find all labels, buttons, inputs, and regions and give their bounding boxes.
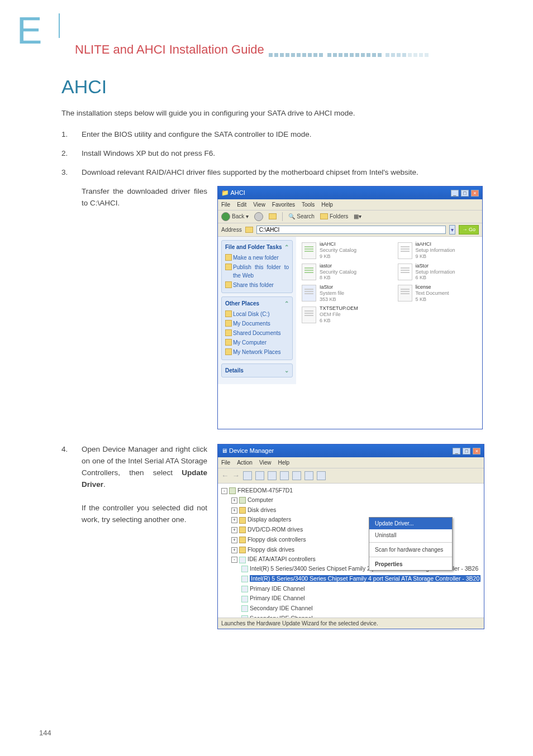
file-item[interactable]: iaAHCISetup Information9 KB	[398, 241, 477, 259]
go-label: Go	[469, 227, 475, 232]
menu-view[interactable]: View	[259, 458, 272, 467]
go-button[interactable]: → Go	[459, 225, 479, 235]
collapse-icon[interactable]: -	[231, 557, 237, 563]
ide-icon	[241, 566, 248, 572]
expand-icon[interactable]: ⌄	[284, 366, 289, 375]
devmgr-statusbar: Launches the Hardware Update Wizard for …	[218, 618, 484, 629]
nav-back-icon: ←	[221, 470, 229, 481]
file-type: Security Catalog	[320, 247, 356, 253]
menu-action[interactable]: Action	[237, 458, 253, 467]
menu-help[interactable]: Help	[321, 200, 333, 209]
place-my-documents[interactable]: My Documents	[225, 319, 289, 328]
node-label-selected: Intel(R) 5 Series/3400 Series Chipset Fa…	[250, 575, 480, 582]
task-new-folder[interactable]: Make a new folder	[225, 253, 289, 262]
views-button[interactable]: ▦▾	[354, 212, 361, 221]
maximize-button[interactable]: □	[461, 190, 469, 197]
devmgr-title-label: Device Manager	[229, 447, 274, 454]
close-button[interactable]: ×	[471, 190, 479, 197]
menu-view[interactable]: View	[253, 200, 265, 209]
ctx-properties[interactable]: Properties	[369, 558, 452, 570]
place-network-places[interactable]: My Network Places	[225, 348, 289, 356]
file-item[interactable]: TXTSETUP.OEMOEM File6 KB	[302, 305, 381, 323]
back-button[interactable]: Back ▾	[221, 212, 249, 221]
device-icon	[239, 537, 246, 543]
expand-icon[interactable]: +	[231, 537, 237, 543]
search-button[interactable]: 🔍 Search	[288, 212, 315, 221]
ctx-uninstall[interactable]: Uninstall	[369, 529, 452, 541]
ctx-scan[interactable]: Scan for hardware changes	[369, 544, 452, 556]
menu-tools[interactable]: Tools	[302, 200, 315, 209]
expand-icon[interactable]: +	[231, 547, 237, 553]
address-dropdown[interactable]: ▾	[449, 225, 455, 235]
inf-icon	[398, 242, 412, 259]
file-name: TXTSETUP.OEM	[320, 305, 358, 312]
file-item[interactable]: licenseText Document5 KB	[398, 284, 477, 302]
file-item[interactable]: iaAHCISecurity Catalog9 KB	[302, 241, 381, 259]
letter-divider	[59, 13, 60, 38]
back-icon	[221, 212, 230, 221]
tree-primary-ide-2[interactable]: Primary IDE Channel	[241, 594, 480, 604]
forward-button[interactable]	[254, 212, 263, 221]
collapse-icon[interactable]: ⌃	[284, 243, 289, 251]
place-shared-docs[interactable]: Shared Documents	[225, 329, 289, 337]
place-local-disk[interactable]: Local Disk (C:)	[225, 310, 289, 318]
place-my-computer[interactable]: My Computer	[225, 338, 289, 347]
node-label: Computer	[248, 496, 273, 503]
address-input[interactable]	[256, 226, 446, 234]
expand-icon[interactable]: +	[231, 517, 237, 523]
section-title: AHCI	[61, 76, 483, 98]
tree-secondary-ide-1[interactable]: Secondary IDE Channel	[241, 604, 480, 614]
computer-icon	[229, 487, 236, 494]
toolbar-icon[interactable]	[255, 471, 264, 480]
maximize-button[interactable]: □	[463, 448, 470, 454]
tree-sata-controller-2-selected[interactable]: Intel(R) 5 Series/3400 Series Chipset Fa…	[241, 574, 480, 584]
file-type: Setup Information	[416, 269, 455, 275]
up-button[interactable]	[269, 213, 277, 219]
toolbar-icon[interactable]	[317, 471, 326, 480]
toolbar-icon[interactable]	[292, 471, 301, 480]
ctx-update-driver[interactable]: Update Driver...	[369, 518, 452, 529]
step-4-row: Open Device Manager and right click on o…	[82, 444, 483, 629]
devmgr-title-text: 🖥 Device Manager	[221, 446, 274, 456]
close-button[interactable]: ×	[473, 448, 480, 454]
collapse-icon[interactable]: ⌃	[284, 299, 289, 308]
expand-icon[interactable]: +	[231, 497, 237, 504]
menu-file[interactable]: File	[221, 200, 230, 209]
tree-disk-drives[interactable]: +Disk drives	[231, 505, 480, 515]
toolbar-icon[interactable]	[304, 471, 313, 480]
task-publish[interactable]: Publish this folder to the Web	[225, 263, 289, 280]
toolbar-icon[interactable]	[243, 471, 252, 480]
tree-computer[interactable]: +Computer	[231, 495, 480, 505]
window-buttons: _ □ ×	[450, 188, 479, 198]
toolbar-icon[interactable]	[280, 471, 289, 480]
expand-icon[interactable]: +	[231, 508, 237, 514]
context-menu: Update Driver... Uninstall Scan for hard…	[369, 517, 453, 571]
task-share[interactable]: Share this folder	[225, 281, 289, 289]
file-item[interactable]: iaStorSetup Information6 KB	[398, 263, 477, 281]
page-content: AHCI The installation steps below will g…	[61, 76, 483, 629]
explorer-toolbar: Back ▾ 🔍 Search Folders ▦▾	[218, 210, 482, 223]
computer-icon	[239, 497, 246, 504]
file-size: 8 KB	[320, 275, 356, 281]
explorer-body: File and Folder Tasks⌃ Make a new folder…	[218, 237, 482, 384]
collapse-icon[interactable]: -	[221, 488, 227, 494]
minimize-button[interactable]: _	[453, 448, 460, 454]
menu-favorites[interactable]: Favorites	[272, 200, 295, 209]
tree-secondary-ide-2[interactable]: Secondary IDE Channel	[241, 614, 480, 618]
ide-icon	[241, 586, 248, 592]
menu-help[interactable]: Help	[278, 458, 289, 467]
minimize-button[interactable]: _	[451, 190, 459, 197]
ide-icon	[241, 596, 248, 602]
devmgr-menubar: File Action View Help	[218, 457, 484, 468]
toolbar-icon[interactable]	[268, 471, 277, 480]
file-item[interactable]: iastorSecurity Catalog8 KB	[302, 263, 381, 281]
file-item[interactable]: IaStorSystem file353 KB	[302, 284, 381, 302]
menu-edit[interactable]: Edit	[237, 200, 246, 209]
txt-icon	[398, 285, 412, 302]
folders-button[interactable]: Folders	[320, 212, 348, 221]
panel-other-places-title: Other Places	[225, 299, 259, 308]
menu-file[interactable]: File	[221, 458, 230, 467]
back-label: Back	[232, 212, 244, 221]
expand-icon[interactable]: +	[231, 527, 237, 533]
tree-primary-ide-1[interactable]: Primary IDE Channel	[241, 584, 480, 594]
